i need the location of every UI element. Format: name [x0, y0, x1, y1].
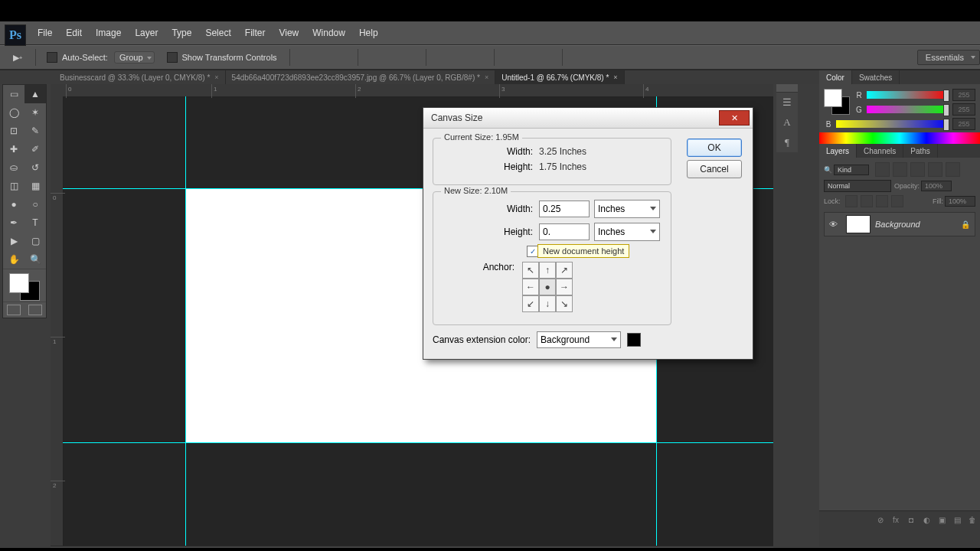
menu-image[interactable]: Image [89, 28, 128, 38]
opacity-value[interactable]: 100% [921, 181, 952, 191]
quick-select-tool[interactable]: ✶ [24, 103, 46, 122]
healing-tool[interactable]: ✚ [3, 140, 24, 158]
eyedropper-tool[interactable]: ✎ [24, 122, 46, 140]
b-value[interactable]: 255 [952, 118, 975, 130]
anchor-ne[interactable]: ↗ [556, 262, 573, 279]
guide-horizontal[interactable] [63, 442, 773, 443]
vertical-ruler[interactable]: 0 1 2 [51, 96, 64, 546]
filter-smart-icon[interactable] [946, 162, 960, 177]
menu-help[interactable]: Help [352, 28, 385, 38]
tab-close-icon[interactable]: × [613, 73, 617, 81]
filter-adjustment-icon[interactable] [893, 162, 907, 177]
blend-mode-dropdown[interactable]: Normal [824, 180, 891, 192]
width-unit-dropdown[interactable]: Inches [594, 200, 660, 218]
tab-close-icon[interactable]: × [214, 73, 218, 81]
autoselect-checkbox[interactable] [47, 52, 57, 63]
menu-window[interactable]: Window [305, 28, 352, 38]
relative-checkbox[interactable]: ✓ [527, 246, 538, 257]
doc-tab[interactable]: Businesscard @ 33.3% (Layer 0, CMYK/8) *… [54, 70, 226, 84]
quickmask-icon[interactable] [7, 305, 21, 315]
r-slider[interactable] [867, 91, 949, 99]
distribute-icon[interactable] [472, 51, 485, 64]
distribute-icon[interactable] [540, 51, 554, 64]
anchor-s[interactable]: ↓ [539, 295, 556, 312]
shape-tool[interactable]: ▢ [24, 232, 46, 250]
g-slider[interactable] [867, 106, 949, 113]
current-tool-icon[interactable]: ▶+ [6, 49, 29, 66]
brush-tool[interactable]: ✐ [24, 140, 46, 158]
dialog-titlebar[interactable]: Canvas Size ✕ [423, 108, 753, 129]
distribute-icon[interactable] [453, 51, 467, 64]
distribute-icon[interactable] [503, 51, 517, 64]
blur-tool[interactable]: ● [3, 195, 24, 214]
menu-edit[interactable]: Edit [59, 28, 89, 38]
anchor-center[interactable]: ● [539, 279, 556, 295]
lock-all-icon[interactable] [891, 195, 903, 207]
layer-fx-icon[interactable]: fx [888, 516, 903, 524]
show-transform-checkbox[interactable] [167, 52, 178, 63]
anchor-n[interactable]: ↑ [539, 262, 556, 279]
extension-color-swatch[interactable] [627, 333, 641, 347]
lock-transparent-icon[interactable] [845, 195, 858, 207]
move-tool[interactable]: ▲ [24, 85, 46, 103]
tab-close-icon[interactable]: × [485, 73, 488, 81]
r-value[interactable]: 255 [952, 89, 975, 101]
layer-name[interactable]: Background [875, 220, 920, 229]
filter-pixel-icon[interactable] [875, 162, 890, 177]
foreground-background-swatch[interactable] [3, 269, 46, 302]
align-icon[interactable] [403, 51, 417, 64]
type-tool[interactable]: T [24, 214, 46, 232]
stamp-tool[interactable]: ⛀ [3, 158, 24, 177]
delete-layer-icon[interactable]: 🗑 [965, 516, 980, 524]
character-panel-icon[interactable]: A [776, 112, 798, 132]
doc-tab[interactable]: 54db66a400f723d6893ee23cc89c3957.jpg @ 6… [226, 70, 496, 84]
height-unit-dropdown[interactable]: Inches [594, 223, 660, 241]
cancel-button[interactable]: Cancel [687, 160, 742, 178]
fill-value[interactable]: 100% [945, 196, 975, 207]
ok-button[interactable]: OK [687, 139, 742, 157]
3d-icon[interactable] [571, 51, 585, 64]
pen-tool[interactable]: ✒ [3, 214, 24, 232]
path-select-tool[interactable]: ▶ [3, 232, 24, 250]
layer-visibility-icon[interactable]: 👁 [825, 220, 841, 229]
gradient-tool[interactable]: ▦ [24, 177, 46, 195]
guide-vertical[interactable] [185, 96, 186, 546]
dialog-close-icon[interactable]: ✕ [719, 110, 750, 126]
align-icon[interactable] [317, 51, 331, 64]
doc-tab[interactable]: Untitled-1 @ 66.7% (CMYK/8) *× [495, 70, 624, 84]
layers-tab[interactable]: Layers [819, 144, 857, 158]
align-icon[interactable] [367, 51, 381, 64]
history-panel-icon[interactable]: ☰ [776, 93, 798, 112]
channels-tab[interactable]: Channels [857, 144, 903, 158]
paragraph-panel-icon[interactable]: ¶ [776, 132, 798, 152]
anchor-se[interactable]: ↘ [556, 295, 573, 312]
lock-position-icon[interactable] [876, 195, 888, 207]
workspace-dropdown[interactable]: Essentials [917, 50, 980, 65]
align-icon[interactable] [385, 51, 399, 64]
new-adjustment-icon[interactable]: ◐ [919, 516, 934, 524]
anchor-nw[interactable]: ↖ [522, 262, 539, 279]
history-brush-tool[interactable]: ↺ [24, 158, 46, 177]
mini-swatch[interactable] [824, 89, 850, 115]
anchor-w[interactable]: ← [522, 279, 539, 295]
menu-filter[interactable]: Filter [238, 28, 273, 38]
menu-type[interactable]: Type [165, 28, 198, 38]
lock-pixels-icon[interactable] [861, 195, 873, 207]
filter-shape-icon[interactable] [928, 162, 942, 177]
align-icon[interactable] [299, 51, 312, 64]
color-tab[interactable]: Color [819, 70, 852, 84]
anchor-e[interactable]: → [556, 279, 573, 295]
foreground-color-swatch[interactable] [9, 273, 29, 293]
layer-mask-icon[interactable]: ◘ [903, 516, 919, 524]
filter-type-icon[interactable] [910, 162, 925, 177]
extension-color-dropdown[interactable]: Background [537, 331, 621, 348]
menu-view[interactable]: View [272, 28, 305, 38]
anchor-sw[interactable]: ↙ [522, 295, 539, 312]
screenmode-icon[interactable] [28, 305, 42, 315]
panel-handle[interactable] [776, 84, 798, 93]
autoselect-target-dropdown[interactable]: Group [114, 51, 155, 64]
layer-row[interactable]: 👁 Background 🔒 [824, 212, 975, 236]
dodge-tool[interactable]: ○ [24, 195, 46, 214]
crop-tool[interactable]: ⊡ [3, 122, 24, 140]
lasso-tool[interactable]: ◯ [3, 103, 24, 122]
